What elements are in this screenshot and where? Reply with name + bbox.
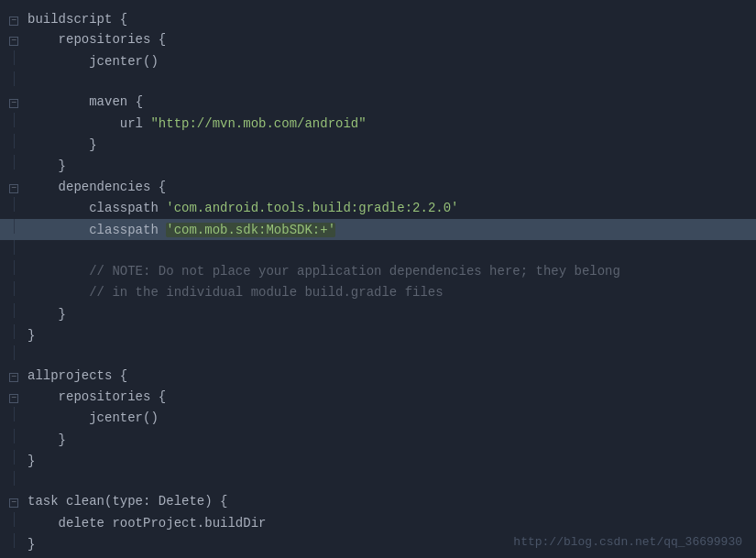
token: // NOTE: Do not place your application d…: [27, 264, 620, 279]
code-line: classpath 'com.mob.sdk:MobSDK:+': [0, 219, 756, 240]
code-content: repositories {: [27, 387, 747, 407]
gutter-cell: [0, 113, 27, 127]
token: }: [27, 454, 35, 468]
fold-icon[interactable]: −: [9, 16, 18, 26]
gutter-cell: −: [0, 184, 27, 193]
code-line: }: [0, 134, 756, 155]
fold-icon[interactable]: −: [9, 99, 18, 108]
gutter-cell: −: [0, 498, 27, 508]
token: [27, 159, 59, 173]
token: {: [159, 32, 166, 47]
fold-icon[interactable]: −: [9, 184, 18, 193]
gutter-cell: [0, 71, 27, 86]
code-content: url "http://mvn.mob.com/android": [27, 114, 747, 134]
indent-guide: [14, 407, 15, 421]
code-line: classpath 'com.android.tools.build:gradl…: [0, 197, 756, 218]
code-line: −buildscript {: [0, 9, 756, 29]
indent-guide: [14, 197, 15, 212]
gutter-cell: [0, 345, 27, 360]
token: [27, 307, 59, 322]
token: }: [59, 159, 66, 173]
indent-guide: [14, 71, 15, 86]
code-line: jcenter(): [0, 407, 756, 428]
token: jcenter(): [27, 410, 159, 425]
indent-guide: [14, 240, 15, 255]
gutter-cell: [0, 197, 27, 212]
token: repositories: [27, 389, 159, 404]
code-line: jcenter(): [0, 50, 756, 71]
fold-icon[interactable]: −: [9, 373, 18, 382]
indent-guide: [14, 281, 15, 296]
indent-guide: [14, 512, 15, 527]
fold-icon[interactable]: −: [9, 498, 18, 508]
gutter-cell: [0, 260, 27, 275]
token: allprojects: [27, 368, 120, 383]
token: classpath: [27, 201, 166, 215]
gutter-cell: [0, 450, 27, 465]
code-line: −task clean(type: Delete) {: [0, 491, 756, 511]
code-editor: −buildscript {− repositories { jcenter()…: [0, 0, 756, 558]
token: }: [59, 432, 66, 447]
code-content: dependencies {: [27, 177, 747, 197]
indent-guide: [14, 324, 15, 339]
code-content: classpath 'com.mob.sdk:MobSDK:+': [27, 220, 747, 240]
token: repositories: [27, 32, 159, 47]
gutter-cell: [0, 407, 27, 421]
code-line: [0, 471, 756, 491]
code-line: }: [0, 155, 756, 176]
code-content: delete rootProject.buildDir: [27, 513, 747, 533]
gutter-cell: [0, 429, 27, 443]
indent-guide: [14, 471, 15, 486]
code-content: allprojects {: [27, 366, 747, 386]
code-line: url "http://mvn.mob.com/android": [0, 113, 756, 134]
token: {: [159, 389, 166, 404]
token: // in the individual module build.gradle…: [27, 285, 444, 300]
code-line: − maven {: [0, 92, 756, 112]
indent-guide: [14, 50, 15, 65]
indent-guide: [14, 429, 15, 443]
gutter-cell: [0, 512, 27, 527]
indent-guide: [14, 345, 15, 360]
gutter-cell: [0, 134, 27, 148]
code-line: − repositories {: [0, 387, 756, 407]
token: }: [27, 328, 35, 343]
code-line: }: [0, 429, 756, 450]
gutter-cell: [0, 240, 27, 255]
code-content: // in the individual module build.gradle…: [27, 282, 747, 302]
fold-icon[interactable]: −: [9, 394, 18, 403]
token: {: [136, 94, 143, 109]
token: [27, 137, 89, 152]
indent-guide: [14, 303, 15, 318]
gutter-cell: [0, 471, 27, 486]
gutter-cell: [0, 324, 27, 339]
indent-guide: [14, 219, 15, 234]
token: [27, 432, 59, 447]
token: }: [59, 307, 66, 322]
code-line: − repositories {: [0, 29, 756, 49]
gutter-cell: −: [0, 37, 27, 46]
code-line: [0, 71, 756, 92]
gutter-cell: [0, 533, 27, 548]
code-content: jcenter(): [27, 51, 747, 71]
fold-icon[interactable]: −: [9, 37, 18, 46]
code-content: // NOTE: Do not place your application d…: [27, 261, 747, 281]
code-line: delete rootProject.buildDir: [0, 512, 756, 533]
code-content: }: [27, 430, 747, 450]
code-line: }: [0, 324, 756, 345]
code-content: jcenter(): [27, 408, 747, 428]
gutter-cell: [0, 219, 27, 234]
token: {: [120, 12, 127, 27]
token: maven: [27, 94, 136, 109]
code-line: [0, 345, 756, 366]
token: delete rootProject.buildDir: [27, 516, 266, 531]
code-content: classpath 'com.android.tools.build:gradl…: [27, 198, 747, 218]
token: buildscript: [27, 12, 120, 27]
code-content: }: [27, 325, 747, 345]
gutter-cell: [0, 155, 27, 170]
token: dependencies: [27, 180, 159, 194]
code-content: }: [27, 451, 747, 471]
token: {: [159, 180, 166, 194]
gutter-cell: [0, 50, 27, 65]
gutter-cell: −: [0, 394, 27, 403]
code-line: [0, 240, 756, 260]
